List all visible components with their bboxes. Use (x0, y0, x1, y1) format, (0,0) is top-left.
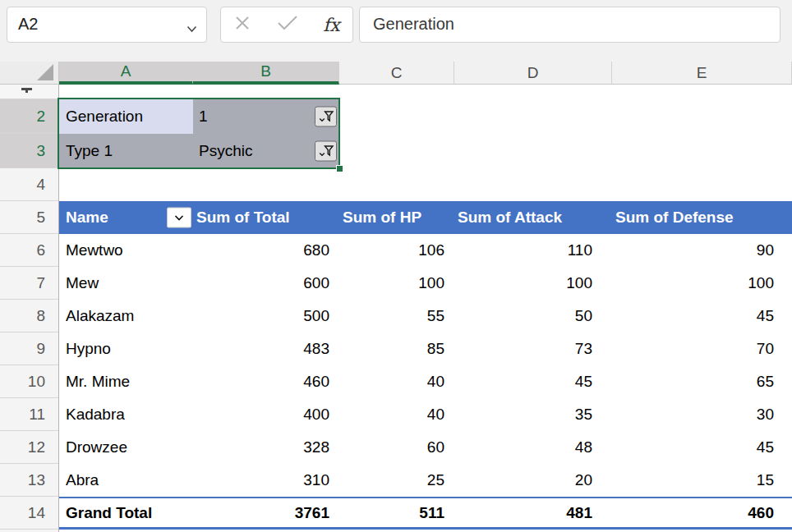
row-header-10[interactable]: 10 (0, 365, 58, 398)
grand-total-total[interactable]: 3761 (193, 498, 339, 527)
row-header-8[interactable]: 8 (0, 300, 58, 332)
hp-cell[interactable]: 100 (339, 267, 454, 300)
formula-buttons: fx (220, 7, 353, 43)
name-cell[interactable]: Hypno (59, 332, 193, 365)
enter-icon[interactable] (277, 15, 298, 34)
name-cell[interactable]: Mew (59, 267, 193, 300)
name-filter-dropdown-button[interactable] (167, 208, 191, 228)
grand-total-hp[interactable]: 511 (339, 498, 454, 527)
cell-A2-active[interactable]: Generation (59, 99, 193, 134)
hp-cell[interactable]: 25 (339, 464, 454, 497)
total-cell[interactable]: 400 (193, 398, 339, 431)
name-cell[interactable]: Mr. Mime (59, 365, 193, 398)
pivot-row: Abra 310 25 20 15 (59, 464, 792, 497)
row-header-11[interactable]: 11 (0, 398, 58, 431)
attack-cell[interactable]: 110 (454, 234, 612, 267)
grand-total-defense[interactable]: 460 (612, 498, 792, 527)
name-cell[interactable]: Mewtwo (59, 234, 193, 267)
formula-bar-area: A2 fx Generation (0, 0, 792, 62)
attack-cell[interactable]: 45 (454, 365, 612, 398)
pivot-header-hp[interactable]: Sum of HP (339, 201, 454, 234)
column-header-E[interactable]: E (612, 62, 792, 85)
defense-cell[interactable]: 30 (612, 398, 792, 431)
total-cell[interactable]: 600 (193, 267, 339, 300)
column-header-C[interactable]: C (339, 62, 454, 85)
row-header-4[interactable]: 4 (0, 168, 58, 201)
cancel-icon[interactable] (233, 14, 251, 35)
row-header-9[interactable]: 9 (0, 332, 58, 365)
chevron-down-icon[interactable] (186, 21, 197, 36)
row-header-2[interactable]: 2 (0, 99, 58, 134)
cell-A3[interactable]: Type 1 (59, 134, 193, 168)
select-all-triangle-icon (37, 64, 53, 80)
select-all-button[interactable] (0, 62, 59, 85)
total-cell[interactable]: 460 (193, 365, 339, 398)
column-header-D[interactable]: D (454, 62, 612, 85)
row-header-13[interactable]: 13 (0, 464, 58, 497)
row-header-5[interactable]: 5 (0, 201, 58, 234)
pivot-header-defense[interactable]: Sum of Defense (612, 201, 792, 234)
attack-cell[interactable]: 100 (454, 267, 612, 300)
defense-cell[interactable]: 100 (612, 267, 792, 300)
hp-cell[interactable]: 85 (339, 332, 454, 365)
total-cell[interactable]: 680 (193, 234, 339, 267)
defense-cell[interactable]: 70 (612, 332, 792, 365)
pivot-row: Mew 600 100 100 100 (59, 267, 792, 300)
attack-cell[interactable]: 73 (454, 332, 612, 365)
row-header-6[interactable]: 6 (0, 234, 58, 267)
defense-cell[interactable]: 45 (612, 300, 792, 332)
name-cell[interactable]: Alakazam (59, 300, 193, 332)
hp-cell[interactable]: 40 (339, 365, 454, 398)
total-cell[interactable]: 500 (193, 300, 339, 332)
row-header-1-hidden[interactable] (0, 85, 58, 99)
formula-input[interactable]: Generation (359, 7, 780, 43)
row-header-12[interactable]: 12 (0, 431, 58, 464)
grand-total-attack[interactable]: 481 (454, 498, 612, 527)
filter-row-type1: Type 1 Psychic (59, 134, 792, 168)
column-header-A[interactable]: A (59, 62, 193, 85)
cell-B2-filter-value[interactable]: 1 (193, 99, 339, 134)
pivot-row: Mewtwo 680 106 110 90 (59, 234, 792, 267)
name-cell[interactable]: Drowzee (59, 431, 193, 464)
defense-cell[interactable]: 45 (612, 431, 792, 464)
pivot-row: Kadabra 400 40 35 30 (59, 398, 792, 431)
pivot-header-row: Name Sum of Total Sum of HP Sum of Attac… (59, 201, 792, 234)
grand-total-row: Grand Total 3761 511 481 460 (59, 497, 792, 530)
filter-dropdown-button[interactable] (315, 141, 337, 162)
attack-cell[interactable]: 20 (454, 464, 612, 497)
pivot-header-attack[interactable]: Sum of Attack (454, 201, 612, 234)
column-headers: A B C D E (0, 62, 792, 85)
pivot-row: Drowzee 328 60 48 45 (59, 431, 792, 464)
pivot-row: Hypno 483 85 73 70 (59, 332, 792, 365)
defense-cell[interactable]: 90 (612, 234, 792, 267)
insert-function-icon[interactable]: fx (323, 15, 340, 35)
row-header-7[interactable]: 7 (0, 267, 58, 300)
row-1-hidden-sliver (59, 85, 792, 99)
hp-cell[interactable]: 40 (339, 398, 454, 431)
row-4-empty[interactable] (59, 168, 792, 201)
total-cell[interactable]: 483 (193, 332, 339, 365)
total-cell[interactable]: 328 (193, 431, 339, 464)
row-header-14[interactable]: 14 (0, 497, 58, 530)
hp-cell[interactable]: 106 (339, 234, 454, 267)
pivot-header-total[interactable]: Sum of Total (193, 201, 339, 234)
grand-total-label[interactable]: Grand Total (59, 498, 193, 527)
hp-cell[interactable]: 60 (339, 431, 454, 464)
attack-cell[interactable]: 48 (454, 431, 612, 464)
name-cell[interactable]: Abra (59, 464, 193, 497)
hp-cell[interactable]: 55 (339, 300, 454, 332)
name-cell[interactable]: Kadabra (59, 398, 193, 431)
filter-row-generation: Generation 1 (59, 99, 792, 134)
pivot-header-name[interactable]: Name (59, 201, 193, 234)
filter-dropdown-button[interactable] (315, 107, 337, 127)
cell-B3-filter-value[interactable]: Psychic (193, 134, 339, 168)
defense-cell[interactable]: 65 (612, 365, 792, 398)
defense-cell[interactable]: 15 (612, 464, 792, 497)
row-header-3[interactable]: 3 (0, 134, 58, 168)
column-header-B[interactable]: B (193, 62, 339, 85)
sheet-grid: Generation 1 Type 1 Psychic (59, 85, 792, 532)
total-cell[interactable]: 310 (193, 464, 339, 497)
attack-cell[interactable]: 50 (454, 300, 612, 332)
attack-cell[interactable]: 35 (454, 398, 612, 431)
name-box[interactable]: A2 (7, 7, 207, 43)
